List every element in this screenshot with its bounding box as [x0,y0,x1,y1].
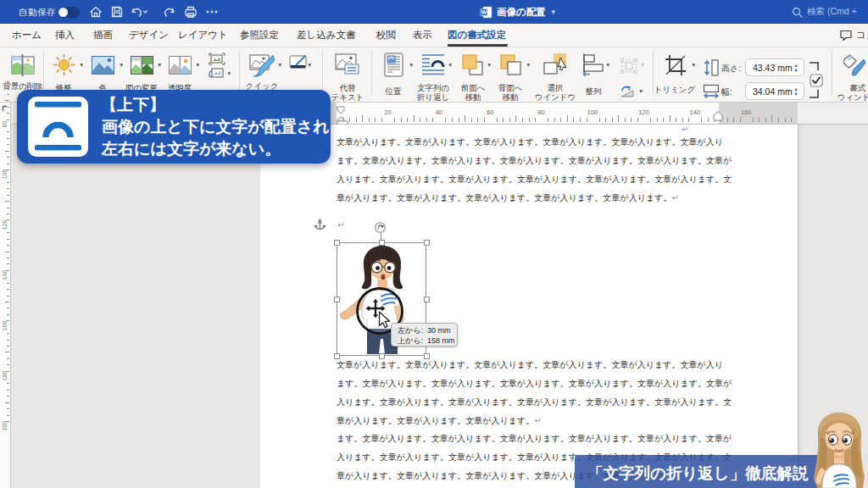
selection-handle[interactable] [334,240,340,246]
ruler-tick [733,118,734,122]
align-chevron-icon[interactable]: ▼ [605,62,610,68]
autosave-toggle[interactable] [58,7,80,18]
selection-handle[interactable] [379,353,385,359]
corrections-chevron-icon[interactable]: ▼ [79,62,84,68]
ruler-tick [509,118,510,122]
selection-handle[interactable] [424,353,430,359]
lock-aspect-checkbox[interactable] [810,74,823,87]
search-label: 検索 (Cmd + [807,6,857,18]
width-stepper[interactable]: ▲▼ [792,84,800,99]
alt-text-button[interactable] [335,53,360,77]
width-field[interactable]: 34.04 mm ▲▼ [745,82,804,100]
crop-button[interactable] [665,54,687,76]
width-value: 34.04 mm [753,86,793,97]
ruler-tick [7,371,9,372]
wrap-top-bottom-icon [28,97,88,157]
autosave-label: 自動保存 [19,7,56,19]
document-canvas[interactable]: 文章が入ります。文章が入ります。文章が入ります。文章が入ります。文章が入ります。… [11,125,868,488]
tab-1[interactable]: 挿入 [55,24,75,47]
format-pane-button[interactable] [842,54,867,78]
ruler-tick [7,289,9,290]
ruler-tick [5,201,9,202]
rotate-handle[interactable] [375,222,386,233]
selection-handle[interactable] [424,240,430,246]
save-icon[interactable] [109,4,125,19]
transparency-chevron-icon[interactable]: ▼ [195,62,200,68]
ruler-tick [771,115,772,122]
tab-8[interactable]: 表示 [413,24,432,47]
title-chevron-icon[interactable]: ▼ [550,8,557,16]
change-picture-chevron-icon[interactable]: ▼ [157,62,162,68]
send-backward-button[interactable] [499,54,523,76]
redo-icon[interactable] [161,4,176,19]
comment-icon [839,29,853,42]
compress-picture-button[interactable] [209,53,225,65]
home-icon[interactable] [88,4,103,19]
more-icon[interactable] [204,4,220,19]
ruler-tick [7,113,9,114]
ruler-tick [362,115,363,122]
transparency-button[interactable] [169,56,192,75]
vertical-ruler[interactable]: 80100120140160180200 [0,103,11,488]
tab-3[interactable]: デザイン [129,24,169,47]
bring-forward-chevron-icon[interactable]: ▼ [487,62,492,68]
tab-9[interactable]: 図の書式設定 [448,24,506,47]
wrap-text-button[interactable] [421,53,445,76]
reset-picture-button[interactable] [209,67,225,79]
position-chevron-icon[interactable]: ▼ [409,62,414,68]
position-button[interactable] [384,53,403,77]
corrections-button[interactable] [53,53,75,76]
ruler-tick [637,118,638,122]
picture-styles-chevron-icon[interactable]: ▼ [277,62,282,68]
selection-handle[interactable] [379,240,385,246]
ruler-tick [407,118,408,122]
tab-7[interactable]: 校閲 [376,24,396,47]
rotate-button[interactable] [619,85,636,98]
height-stepper[interactable]: ▲▼ [792,60,800,75]
send-backward-chevron-icon[interactable]: ▼ [526,62,531,68]
left-indent-markers[interactable] [334,106,349,125]
tab-6[interactable]: 差し込み文書 [297,24,356,47]
tab-4[interactable]: レイアウト [178,24,228,47]
picture-border-chevron-icon[interactable]: ▼ [307,62,312,68]
ruler-tick [765,118,766,122]
color-chevron-icon[interactable]: ▼ [119,62,124,68]
crop-chevron-icon[interactable]: ▼ [691,62,696,68]
reset-picture-chevron-icon[interactable]: ▼ [226,70,231,76]
ruler-tick [682,118,683,122]
right-indent-marker[interactable] [711,111,725,121]
bring-forward-button[interactable] [461,54,485,76]
ruler-tick [394,118,395,122]
height-field[interactable]: 43.43 mm ▲▼ [745,58,804,76]
document-text-line: ます。文章が入ります。文章が入ります。文章が入ります。文章が入ります。文章が入り… [337,433,732,444]
ruler-tick [7,320,9,321]
selection-handle[interactable] [334,297,340,302]
print-icon[interactable] [183,4,198,19]
tab-0[interactable]: ホーム [12,24,42,47]
ruler-number: 180 [2,370,8,382]
callout-title: 【上下】 [101,94,165,116]
tab-5[interactable]: 参照設定 [240,24,279,47]
ruler-tick [753,118,754,122]
remove-background-button[interactable] [11,54,35,76]
document-title[interactable]: 画像の配置 [497,6,546,19]
wrap-text-chevron-icon[interactable]: ▼ [448,62,453,68]
rotate-chevron-icon[interactable]: ▼ [638,88,643,94]
tab-stop-selector[interactable] [2,105,9,113]
undo-icon[interactable] [129,4,147,19]
height-value: 43.43 mm [753,63,793,73]
selection-pane-button[interactable] [542,53,568,76]
picture-styles-button[interactable] [249,53,275,77]
color-button[interactable] [92,56,114,75]
callout-line1: 画像の上と下に文字が配置され [102,116,330,138]
search-box[interactable]: 検索 (Cmd + [792,6,866,18]
change-picture-button[interactable] [131,56,153,75]
comments-button[interactable]: コメント [834,24,868,47]
tab-2[interactable]: 描画 [93,24,113,47]
selection-handle[interactable] [334,353,340,359]
selection-handle[interactable] [424,297,430,302]
ruler-tick [567,115,568,122]
position-tooltip: 左から: 30 mm 上から: 158 mm [391,323,458,347]
ruler-tick [381,118,382,122]
align-button[interactable] [580,53,604,76]
